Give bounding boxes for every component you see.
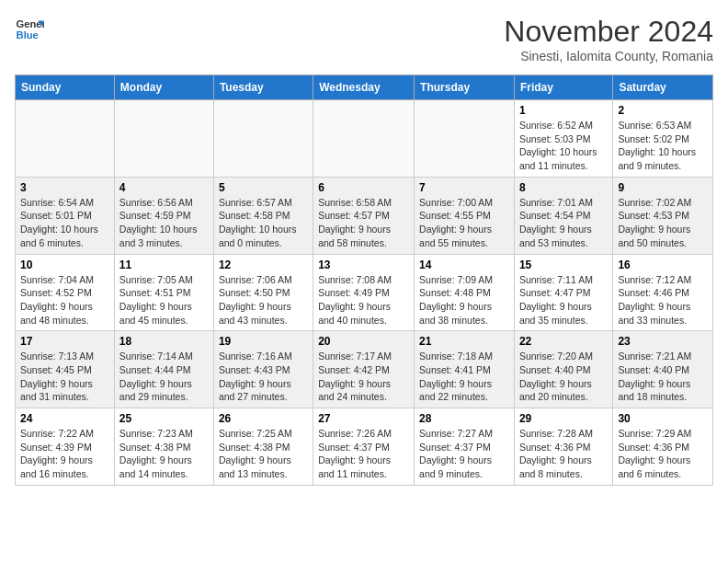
day-info: Sunrise: 7:05 AMSunset: 4:51 PMDaylight:… — [119, 273, 209, 327]
day-info: Sunrise: 6:58 AMSunset: 4:57 PMDaylight:… — [318, 196, 409, 250]
day-info: Sunrise: 7:17 AMSunset: 4:42 PMDaylight:… — [318, 350, 409, 404]
logo: General Blue — [15, 15, 44, 44]
day-info: Sunrise: 7:27 AMSunset: 4:37 PMDaylight:… — [419, 427, 509, 481]
calendar-cell: 8Sunrise: 7:01 AMSunset: 4:54 PMDaylight… — [514, 177, 612, 254]
day-info: Sunrise: 7:02 AMSunset: 4:53 PMDaylight:… — [618, 196, 708, 250]
day-info: Sunrise: 7:26 AMSunset: 4:37 PMDaylight:… — [318, 427, 409, 481]
day-number: 2 — [618, 104, 708, 117]
day-info: Sunrise: 7:21 AMSunset: 4:40 PMDaylight:… — [618, 350, 708, 404]
calendar-cell: 1Sunrise: 6:52 AMSunset: 5:03 PMDaylight… — [514, 100, 612, 178]
day-info: Sunrise: 7:20 AMSunset: 4:40 PMDaylight:… — [519, 350, 608, 404]
day-info: Sunrise: 7:22 AMSunset: 4:39 PMDaylight:… — [20, 427, 109, 481]
day-number: 30 — [618, 412, 708, 425]
day-info: Sunrise: 7:06 AMSunset: 4:50 PMDaylight:… — [219, 273, 308, 327]
day-header-friday: Friday — [514, 75, 612, 100]
day-header-sunday: Sunday — [16, 75, 115, 100]
day-number: 20 — [318, 335, 409, 348]
day-header-thursday: Thursday — [415, 75, 515, 100]
day-info: Sunrise: 7:00 AMSunset: 4:55 PMDaylight:… — [419, 196, 509, 250]
calendar-cell: 23Sunrise: 7:21 AMSunset: 4:40 PMDayligh… — [613, 331, 713, 408]
week-row-2: 3Sunrise: 6:54 AMSunset: 5:01 PMDaylight… — [16, 177, 713, 254]
day-info: Sunrise: 7:29 AMSunset: 4:36 PMDaylight:… — [618, 427, 708, 481]
day-number: 24 — [20, 412, 109, 425]
week-row-5: 24Sunrise: 7:22 AMSunset: 4:39 PMDayligh… — [16, 408, 713, 486]
day-number: 3 — [20, 181, 109, 194]
calendar-cell: 5Sunrise: 6:57 AMSunset: 4:58 PMDaylight… — [213, 177, 313, 254]
calendar-cell — [415, 100, 515, 178]
day-info: Sunrise: 7:18 AMSunset: 4:41 PMDaylight:… — [419, 350, 509, 404]
day-header-saturday: Saturday — [613, 75, 713, 100]
calendar-table: SundayMondayTuesdayWednesdayThursdayFrid… — [15, 75, 713, 486]
calendar-cell: 18Sunrise: 7:14 AMSunset: 4:44 PMDayligh… — [114, 331, 213, 408]
svg-text:Blue: Blue — [17, 29, 39, 40]
day-header-wednesday: Wednesday — [313, 75, 415, 100]
calendar-cell: 15Sunrise: 7:11 AMSunset: 4:47 PMDayligh… — [514, 254, 612, 331]
day-number: 15 — [519, 259, 608, 271]
calendar-cell — [114, 100, 213, 178]
calendar-cell: 12Sunrise: 7:06 AMSunset: 4:50 PMDayligh… — [213, 254, 313, 331]
day-number: 21 — [419, 335, 509, 348]
day-number: 22 — [519, 335, 608, 348]
day-info: Sunrise: 6:52 AMSunset: 5:03 PMDaylight:… — [519, 119, 608, 173]
calendar-body: 1Sunrise: 6:52 AMSunset: 5:03 PMDaylight… — [16, 100, 713, 486]
calendar-cell: 7Sunrise: 7:00 AMSunset: 4:55 PMDaylight… — [415, 177, 515, 254]
calendar-cell: 19Sunrise: 7:16 AMSunset: 4:43 PMDayligh… — [213, 331, 313, 408]
calendar-cell: 26Sunrise: 7:25 AMSunset: 4:38 PMDayligh… — [213, 408, 313, 486]
day-number: 9 — [618, 181, 708, 194]
day-info: Sunrise: 7:13 AMSunset: 4:45 PMDaylight:… — [20, 350, 109, 404]
svg-text:General: General — [17, 18, 44, 29]
day-info: Sunrise: 7:09 AMSunset: 4:48 PMDaylight:… — [419, 273, 509, 327]
calendar-cell — [313, 100, 415, 178]
day-number: 8 — [519, 181, 608, 194]
day-info: Sunrise: 6:54 AMSunset: 5:01 PMDaylight:… — [20, 196, 109, 250]
day-number: 16 — [618, 259, 708, 271]
header: General Blue November 2024 Sinesti, Ialo… — [15, 15, 713, 63]
day-number: 1 — [519, 104, 608, 117]
day-info: Sunrise: 6:56 AMSunset: 4:59 PMDaylight:… — [119, 196, 209, 250]
day-number: 11 — [119, 259, 209, 271]
day-number: 10 — [20, 259, 109, 271]
day-info: Sunrise: 7:23 AMSunset: 4:38 PMDaylight:… — [119, 427, 209, 481]
day-info: Sunrise: 7:25 AMSunset: 4:38 PMDaylight:… — [219, 427, 308, 481]
subtitle: Sinesti, Ialomita County, Romania — [504, 49, 713, 63]
day-info: Sunrise: 7:14 AMSunset: 4:44 PMDaylight:… — [119, 350, 209, 404]
day-info: Sunrise: 7:28 AMSunset: 4:36 PMDaylight:… — [519, 427, 608, 481]
day-info: Sunrise: 6:57 AMSunset: 4:58 PMDaylight:… — [219, 196, 308, 250]
calendar-cell: 11Sunrise: 7:05 AMSunset: 4:51 PMDayligh… — [114, 254, 213, 331]
calendar-cell: 14Sunrise: 7:09 AMSunset: 4:48 PMDayligh… — [415, 254, 515, 331]
day-info: Sunrise: 7:11 AMSunset: 4:47 PMDaylight:… — [519, 273, 608, 327]
calendar-cell — [213, 100, 313, 178]
day-number: 19 — [219, 335, 308, 348]
calendar-cell: 13Sunrise: 7:08 AMSunset: 4:49 PMDayligh… — [313, 254, 415, 331]
calendar-cell: 16Sunrise: 7:12 AMSunset: 4:46 PMDayligh… — [613, 254, 713, 331]
day-number: 29 — [519, 412, 608, 425]
calendar-cell: 2Sunrise: 6:53 AMSunset: 5:02 PMDaylight… — [613, 100, 713, 178]
calendar-cell: 30Sunrise: 7:29 AMSunset: 4:36 PMDayligh… — [613, 408, 713, 486]
main-title: November 2024 — [504, 15, 713, 49]
day-info: Sunrise: 7:16 AMSunset: 4:43 PMDaylight:… — [219, 350, 308, 404]
week-row-4: 17Sunrise: 7:13 AMSunset: 4:45 PMDayligh… — [16, 331, 713, 408]
day-number: 25 — [119, 412, 209, 425]
calendar-header-row: SundayMondayTuesdayWednesdayThursdayFrid… — [16, 75, 713, 100]
day-number: 27 — [318, 412, 409, 425]
day-info: Sunrise: 7:12 AMSunset: 4:46 PMDaylight:… — [618, 273, 708, 327]
week-row-3: 10Sunrise: 7:04 AMSunset: 4:52 PMDayligh… — [16, 254, 713, 331]
calendar-cell: 3Sunrise: 6:54 AMSunset: 5:01 PMDaylight… — [16, 177, 115, 254]
calendar-cell: 28Sunrise: 7:27 AMSunset: 4:37 PMDayligh… — [415, 408, 515, 486]
day-number: 13 — [318, 259, 409, 271]
calendar-cell: 22Sunrise: 7:20 AMSunset: 4:40 PMDayligh… — [514, 331, 612, 408]
day-number: 26 — [219, 412, 308, 425]
day-number: 23 — [618, 335, 708, 348]
calendar-cell: 4Sunrise: 6:56 AMSunset: 4:59 PMDaylight… — [114, 177, 213, 254]
day-number: 28 — [419, 412, 509, 425]
day-number: 5 — [219, 181, 308, 194]
day-header-monday: Monday — [114, 75, 213, 100]
calendar-cell: 10Sunrise: 7:04 AMSunset: 4:52 PMDayligh… — [16, 254, 115, 331]
day-number: 4 — [119, 181, 209, 194]
day-number: 7 — [419, 181, 509, 194]
logo-icon: General Blue — [15, 15, 44, 44]
day-info: Sunrise: 6:53 AMSunset: 5:02 PMDaylight:… — [618, 119, 708, 173]
day-info: Sunrise: 7:01 AMSunset: 4:54 PMDaylight:… — [519, 196, 608, 250]
calendar-cell: 24Sunrise: 7:22 AMSunset: 4:39 PMDayligh… — [16, 408, 115, 486]
calendar-cell: 27Sunrise: 7:26 AMSunset: 4:37 PMDayligh… — [313, 408, 415, 486]
